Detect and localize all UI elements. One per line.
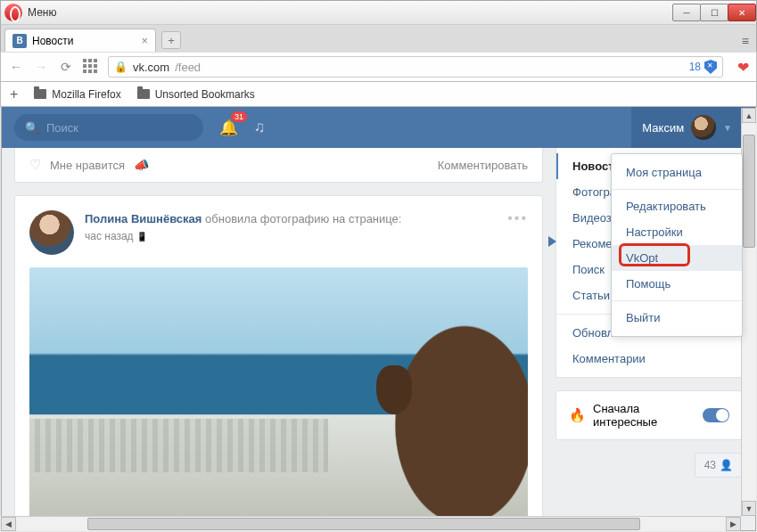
vk-body: ♡ Мне нравится 📣 Комментировать Полина В… xyxy=(2,148,755,530)
post-avatar[interactable] xyxy=(29,210,74,255)
post-author-link[interactable]: Полина Вишнёвская xyxy=(85,212,202,225)
interesting-toggle[interactable] xyxy=(703,408,729,422)
post-timestamp: час назад 📱 xyxy=(85,228,401,244)
feed-column: ♡ Мне нравится 📣 Комментировать Полина В… xyxy=(14,148,543,530)
window-controls: ─ ☐ ✕ xyxy=(673,4,756,21)
folder-icon xyxy=(137,89,150,99)
page-viewport: 🔍 Поиск 🔔31 ♫ Максим ▼ ♡ Мне нравится 📣 … xyxy=(1,107,756,531)
lock-icon: 🔒 xyxy=(114,61,128,73)
window-titlebar: Меню ─ ☐ ✕ xyxy=(0,0,757,25)
bookmark-heart-icon[interactable]: ❤ xyxy=(737,59,749,76)
url-bar: ← → ⟳ 🔒 vk.com/feed 18 ❤ xyxy=(0,52,757,82)
post-photo[interactable] xyxy=(29,267,528,531)
bookmark-label: Unsorted Bookmarks xyxy=(155,88,255,101)
tab-strip: B Новости × + ≡ xyxy=(0,25,757,52)
dropdown-my-page[interactable]: Моя страница xyxy=(612,160,742,185)
search-placeholder: Поиск xyxy=(46,121,78,135)
post-more-button[interactable]: ••• xyxy=(507,210,528,226)
folder-icon xyxy=(34,89,46,99)
tab-close-icon[interactable]: × xyxy=(141,34,148,47)
tab-title: Новости xyxy=(32,35,73,47)
person-icon: 👤 xyxy=(720,459,733,471)
divider xyxy=(612,189,742,190)
vk-favicon-icon: B xyxy=(12,34,27,48)
username-label: Максим xyxy=(642,121,684,135)
scroll-track[interactable] xyxy=(16,517,726,531)
speed-dial-icon[interactable] xyxy=(83,59,99,75)
post-action-text: обновила фотографию на странице: xyxy=(205,212,401,225)
dropdown-help[interactable]: Помощь xyxy=(612,271,742,297)
close-button[interactable]: ✕ xyxy=(728,4,756,21)
scroll-thumb[interactable] xyxy=(743,135,755,248)
minimize-button[interactable]: ─ xyxy=(672,4,701,21)
search-icon: 🔍 xyxy=(25,121,39,135)
url-domain: vk.com xyxy=(133,61,169,74)
shield-icon[interactable] xyxy=(704,60,717,74)
music-icon[interactable]: ♫ xyxy=(254,119,266,136)
post-header: Полина Вишнёвская обновила фотографию на… xyxy=(29,210,528,255)
opera-icon xyxy=(4,4,22,21)
vk-header: 🔍 Поиск 🔔31 ♫ Максим ▼ xyxy=(2,107,755,148)
bookmark-unsorted[interactable]: Unsorted Bookmarks xyxy=(137,88,255,101)
sidebar-column: Новости Фотографии Видеозаписи Рекоменда… xyxy=(555,148,743,530)
dropdown-logout[interactable]: Выйти xyxy=(612,305,742,331)
bookmark-firefox[interactable]: Mozilla Firefox xyxy=(34,88,120,101)
like-icon[interactable]: ♡ xyxy=(29,157,41,173)
sidebar-tab-comments[interactable]: Комментарии xyxy=(556,346,742,372)
nav-forward-button: → xyxy=(33,59,49,75)
notifications-icon[interactable]: 🔔31 xyxy=(219,119,238,137)
new-posts-count[interactable]: 43👤 xyxy=(695,453,743,478)
prev-post-footer: ♡ Мне нравится 📣 Комментировать xyxy=(14,148,543,183)
triangle-icon xyxy=(548,236,556,247)
reload-button[interactable]: ⟳ xyxy=(58,59,74,75)
nav-back-button[interactable]: ← xyxy=(8,59,24,75)
scroll-right-button[interactable]: ▶ xyxy=(726,517,741,531)
user-dropdown: Моя страница Редактировать Настройки VkO… xyxy=(611,153,743,337)
notification-badge: 31 xyxy=(231,111,247,122)
user-menu-button[interactable]: Максим ▼ xyxy=(631,107,743,148)
comment-button[interactable]: Комментировать xyxy=(438,159,528,172)
add-bookmark-button[interactable]: + xyxy=(10,86,18,102)
dropdown-vkopt[interactable]: VkOpt xyxy=(612,245,742,271)
scroll-left-button[interactable]: ◀ xyxy=(1,517,16,531)
divider xyxy=(612,300,742,301)
share-icon[interactable]: 📣 xyxy=(134,158,149,172)
url-path: /feed xyxy=(175,61,201,74)
maximize-button[interactable]: ☐ xyxy=(700,4,728,21)
vk-search-input[interactable]: 🔍 Поиск xyxy=(14,114,203,141)
interesting-first-card: 🔥 Сначала интересные xyxy=(555,390,743,440)
bookmark-label: Mozilla Firefox xyxy=(52,88,120,101)
horizontal-scrollbar[interactable]: ◀ ▶ xyxy=(1,516,741,531)
new-tab-button[interactable]: + xyxy=(161,31,181,49)
dropdown-settings[interactable]: Настройки xyxy=(612,219,742,245)
scroll-track[interactable] xyxy=(742,123,756,501)
adblock-count: 18 xyxy=(689,61,701,73)
vertical-scrollbar[interactable]: ▲ ▼ xyxy=(741,108,756,516)
titlebar-menu-label[interactable]: Меню xyxy=(28,6,56,19)
interesting-label: Сначала интересные xyxy=(593,402,695,429)
feed-post: Полина Вишнёвская обновила фотографию на… xyxy=(14,195,543,531)
address-field[interactable]: 🔒 vk.com/feed 18 xyxy=(108,56,723,78)
scroll-thumb[interactable] xyxy=(87,518,641,530)
flame-icon: 🔥 xyxy=(569,407,586,423)
avatar xyxy=(691,115,716,140)
like-label[interactable]: Мне нравится xyxy=(50,159,125,172)
scroll-down-button[interactable]: ▼ xyxy=(742,501,756,516)
bookmarks-bar: + Mozilla Firefox Unsorted Bookmarks xyxy=(0,82,757,107)
mobile-icon: 📱 xyxy=(136,232,147,241)
tabstrip-menu-icon[interactable]: ≡ xyxy=(742,34,756,52)
tab-active[interactable]: B Новости × xyxy=(4,29,156,52)
scroll-up-button[interactable]: ▲ xyxy=(742,108,756,123)
dropdown-edit[interactable]: Редактировать xyxy=(612,193,742,219)
chevron-down-icon: ▼ xyxy=(723,123,732,133)
